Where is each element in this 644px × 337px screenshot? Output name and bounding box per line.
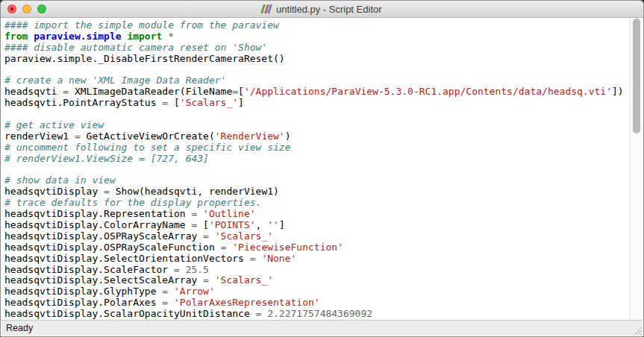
code-line: headsqvtiDisplay.ScaleFactor = 25.5	[4, 265, 629, 276]
code-line: headsqvtiDisplay.OSPRayScaleArray = 'Sca…	[4, 231, 629, 242]
code-line: headsqvtiDisplay.OSPRayScaleFunction = '…	[4, 242, 629, 253]
minimize-button[interactable]	[22, 4, 31, 13]
code-line	[4, 65, 629, 76]
zoom-button[interactable]	[37, 4, 46, 13]
code-line: renderView1 = GetActiveViewOrCreate('Ren…	[4, 131, 629, 142]
code-line: headsqvtiDisplay.SelectScaleArray = 'Sca…	[4, 275, 629, 286]
code-line: headsqvtiDisplay.PolarAxes = 'PolarAxesR…	[4, 297, 629, 309]
code-line: headsqvtiDisplay.ColorArrayName = ['POIN…	[4, 220, 629, 231]
code-line	[4, 165, 629, 176]
vertical-scrollbar[interactable]	[630, 18, 643, 321]
code-line: #### import the simple module from the p…	[4, 20, 629, 31]
code-line: paraview.simple._DisableFirstRenderCamer…	[4, 54, 629, 65]
traffic-lights	[7, 4, 46, 13]
code-line: from paraview.simple import *	[4, 31, 629, 42]
window-title: untitled.py - Script Editor	[276, 4, 382, 15]
code-line: # renderView1.ViewSize = [727, 643]	[4, 154, 629, 165]
code-line	[4, 109, 629, 120]
code-editor[interactable]: #### import the simple module from the p…	[1, 18, 643, 321]
code-line: # create a new 'XML Image Data Reader'	[4, 75, 629, 86]
close-button[interactable]	[7, 4, 16, 13]
code-line: headsqvtiDisplay.GlyphType = 'Arrow'	[4, 286, 629, 297]
titlebar[interactable]: untitled.py - Script Editor	[1, 1, 643, 18]
code-line: headsqvtiDisplay.ScalarOpacityUnitDistan…	[4, 309, 629, 320]
code-line: # uncomment following to set a specific …	[4, 142, 629, 154]
scrollbar-thumb[interactable]	[633, 19, 640, 133]
code-line: headsqvti.PointArrayStatus = ['Scalars_'…	[4, 98, 629, 109]
status-bar: Ready	[1, 320, 643, 336]
resize-grip[interactable]	[632, 325, 642, 335]
title-group: untitled.py - Script Editor	[262, 4, 381, 15]
code-line: # trace defaults for the display propert…	[4, 198, 629, 209]
code-line: headsqvti = XMLImageDataReader(FileName=…	[4, 86, 629, 98]
script-editor-window: untitled.py - Script Editor #### import …	[0, 0, 644, 337]
paraview-app-icon	[262, 4, 272, 13]
document-edited-dot-icon	[10, 7, 13, 10]
code-line: # show data in view	[4, 175, 629, 186]
code-line: headsqvtiDisplay = Show(headsqvti, rende…	[4, 186, 629, 198]
code-line: #### disable automatic camera reset on '…	[4, 42, 629, 54]
code-line: headsqvtiDisplay.Representation = 'Outli…	[4, 209, 629, 220]
code-line: headsqvtiDisplay.SelectOrientationVector…	[4, 253, 629, 265]
code-line: # get active view	[4, 120, 629, 131]
status-text: Ready	[1, 323, 33, 333]
code-area[interactable]: #### import the simple module from the p…	[4, 20, 629, 320]
